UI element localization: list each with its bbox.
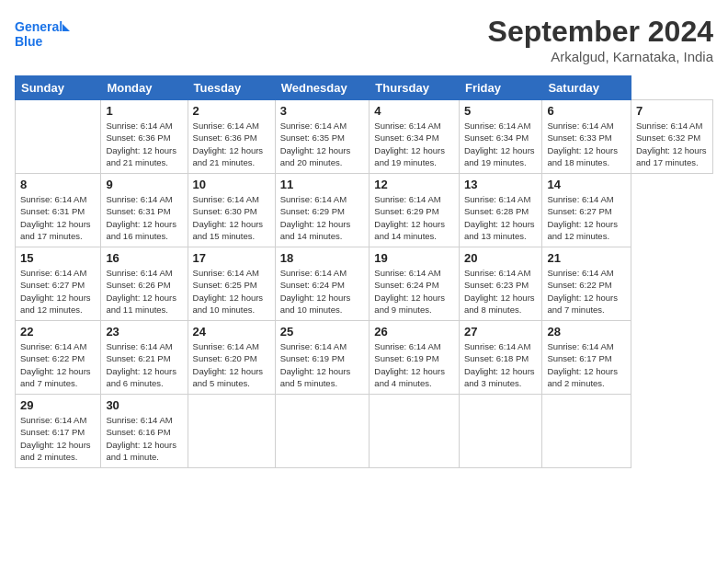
day-info: Sunrise: 6:14 AM Sunset: 6:31 PM Dayligh… <box>106 193 182 242</box>
table-cell <box>542 395 631 468</box>
table-cell: 13 Sunrise: 6:14 AM Sunset: 6:28 PM Dayl… <box>459 174 541 247</box>
table-cell: 28 Sunrise: 6:14 AM Sunset: 6:17 PM Dayl… <box>542 321 631 395</box>
day-info: Sunrise: 6:14 AM Sunset: 6:22 PM Dayligh… <box>20 340 96 389</box>
logo: General Blue <box>15 15 70 52</box>
day-number: 19 <box>374 251 454 265</box>
day-number: 5 <box>464 104 537 118</box>
day-info: Sunrise: 6:14 AM Sunset: 6:24 PM Dayligh… <box>374 267 454 316</box>
day-number: 21 <box>547 251 626 265</box>
table-cell <box>275 395 370 468</box>
table-cell: 2 Sunrise: 6:14 AM Sunset: 6:36 PM Dayli… <box>188 100 275 174</box>
svg-marker-2 <box>63 24 70 31</box>
day-info: Sunrise: 6:14 AM Sunset: 6:19 PM Dayligh… <box>280 340 365 389</box>
day-number: 23 <box>106 325 182 339</box>
header-thursday: Thursday <box>370 76 460 100</box>
table-cell: 24 Sunrise: 6:14 AM Sunset: 6:20 PM Dayl… <box>188 321 275 395</box>
table-cell: 7 Sunrise: 6:14 AM Sunset: 6:32 PM Dayli… <box>631 100 713 174</box>
table-cell: 5 Sunrise: 6:14 AM Sunset: 6:34 PM Dayli… <box>459 100 541 174</box>
table-cell: 1 Sunrise: 6:14 AM Sunset: 6:36 PM Dayli… <box>101 100 188 174</box>
day-number: 26 <box>374 325 454 339</box>
table-cell: 27 Sunrise: 6:14 AM Sunset: 6:18 PM Dayl… <box>459 321 541 395</box>
day-number: 16 <box>106 251 182 265</box>
table-cell: 26 Sunrise: 6:14 AM Sunset: 6:19 PM Dayl… <box>370 321 460 395</box>
day-number: 1 <box>106 104 182 118</box>
calendar-week-row: 8 Sunrise: 6:14 AM Sunset: 6:31 PM Dayli… <box>16 174 713 247</box>
day-info: Sunrise: 6:14 AM Sunset: 6:24 PM Dayligh… <box>280 267 365 316</box>
day-info: Sunrise: 6:14 AM Sunset: 6:16 PM Dayligh… <box>106 414 182 463</box>
day-number: 9 <box>106 178 182 191</box>
header-friday: Friday <box>459 76 541 100</box>
table-cell <box>188 395 275 468</box>
day-number: 12 <box>374 178 454 191</box>
day-number: 6 <box>547 104 626 118</box>
day-number: 13 <box>464 178 537 191</box>
month-title: September 2024 <box>488 15 713 49</box>
day-info: Sunrise: 6:14 AM Sunset: 6:31 PM Dayligh… <box>20 193 96 242</box>
day-info: Sunrise: 6:14 AM Sunset: 6:21 PM Dayligh… <box>106 340 182 389</box>
day-number: 17 <box>193 251 270 265</box>
header-monday: Monday <box>101 76 188 100</box>
table-cell: 9 Sunrise: 6:14 AM Sunset: 6:31 PM Dayli… <box>101 174 188 247</box>
svg-text:General: General <box>15 19 63 34</box>
day-number: 11 <box>280 178 365 191</box>
day-number: 30 <box>106 398 182 412</box>
table-cell: 30 Sunrise: 6:14 AM Sunset: 6:16 PM Dayl… <box>101 395 188 468</box>
day-info: Sunrise: 6:14 AM Sunset: 6:34 PM Dayligh… <box>464 120 537 168</box>
day-number: 27 <box>464 325 537 339</box>
day-info: Sunrise: 6:14 AM Sunset: 6:17 PM Dayligh… <box>547 340 626 389</box>
table-cell: 15 Sunrise: 6:14 AM Sunset: 6:27 PM Dayl… <box>16 247 101 321</box>
page: General Blue September 2024 Arkalgud, Ka… <box>0 0 728 563</box>
table-cell: 12 Sunrise: 6:14 AM Sunset: 6:29 PM Dayl… <box>370 174 460 247</box>
day-number: 15 <box>20 251 96 265</box>
day-number: 24 <box>193 325 270 339</box>
table-cell: 18 Sunrise: 6:14 AM Sunset: 6:24 PM Dayl… <box>275 247 370 321</box>
location: Arkalgud, Karnataka, India <box>488 49 713 64</box>
day-number: 25 <box>280 325 365 339</box>
calendar-week-row: 22 Sunrise: 6:14 AM Sunset: 6:22 PM Dayl… <box>16 321 713 395</box>
table-cell: 17 Sunrise: 6:14 AM Sunset: 6:25 PM Dayl… <box>188 247 275 321</box>
table-cell: 16 Sunrise: 6:14 AM Sunset: 6:26 PM Dayl… <box>101 247 188 321</box>
day-number: 18 <box>280 251 365 265</box>
day-number: 4 <box>374 104 454 118</box>
table-cell: 23 Sunrise: 6:14 AM Sunset: 6:21 PM Dayl… <box>101 321 188 395</box>
day-number: 28 <box>547 325 626 339</box>
day-number: 22 <box>20 325 96 339</box>
table-cell: 3 Sunrise: 6:14 AM Sunset: 6:35 PM Dayli… <box>275 100 370 174</box>
calendar-week-row: 15 Sunrise: 6:14 AM Sunset: 6:27 PM Dayl… <box>16 247 713 321</box>
day-info: Sunrise: 6:14 AM Sunset: 6:30 PM Dayligh… <box>193 193 270 242</box>
day-info: Sunrise: 6:14 AM Sunset: 6:19 PM Dayligh… <box>374 340 454 389</box>
table-cell: 22 Sunrise: 6:14 AM Sunset: 6:22 PM Dayl… <box>16 321 101 395</box>
day-info: Sunrise: 6:14 AM Sunset: 6:29 PM Dayligh… <box>280 193 365 242</box>
table-cell: 19 Sunrise: 6:14 AM Sunset: 6:24 PM Dayl… <box>370 247 460 321</box>
day-number: 8 <box>20 178 96 191</box>
calendar: Sunday Monday Tuesday Wednesday Thursday… <box>15 75 713 468</box>
day-info: Sunrise: 6:14 AM Sunset: 6:28 PM Dayligh… <box>464 193 537 242</box>
day-info: Sunrise: 6:14 AM Sunset: 6:22 PM Dayligh… <box>547 267 626 316</box>
table-cell <box>459 395 541 468</box>
day-number: 2 <box>193 104 270 118</box>
day-info: Sunrise: 6:14 AM Sunset: 6:27 PM Dayligh… <box>547 193 626 242</box>
header-tuesday: Tuesday <box>188 76 275 100</box>
table-cell: 14 Sunrise: 6:14 AM Sunset: 6:27 PM Dayl… <box>542 174 631 247</box>
table-cell: 4 Sunrise: 6:14 AM Sunset: 6:34 PM Dayli… <box>370 100 460 174</box>
day-info: Sunrise: 6:14 AM Sunset: 6:17 PM Dayligh… <box>20 414 96 463</box>
day-info: Sunrise: 6:14 AM Sunset: 6:29 PM Dayligh… <box>374 193 454 242</box>
day-info: Sunrise: 6:14 AM Sunset: 6:35 PM Dayligh… <box>280 120 365 168</box>
table-cell: 11 Sunrise: 6:14 AM Sunset: 6:29 PM Dayl… <box>275 174 370 247</box>
table-cell: 8 Sunrise: 6:14 AM Sunset: 6:31 PM Dayli… <box>16 174 101 247</box>
day-info: Sunrise: 6:14 AM Sunset: 6:32 PM Dayligh… <box>636 120 708 168</box>
calendar-week-row: 29 Sunrise: 6:14 AM Sunset: 6:17 PM Dayl… <box>16 395 713 468</box>
title-block: September 2024 Arkalgud, Karnataka, Indi… <box>488 15 713 64</box>
day-info: Sunrise: 6:14 AM Sunset: 6:33 PM Dayligh… <box>547 120 626 168</box>
table-cell <box>370 395 460 468</box>
day-number: 3 <box>280 104 365 118</box>
logo-svg: General Blue <box>15 15 70 52</box>
table-cell <box>16 100 101 174</box>
day-info: Sunrise: 6:14 AM Sunset: 6:27 PM Dayligh… <box>20 267 96 316</box>
day-number: 10 <box>193 178 270 191</box>
day-info: Sunrise: 6:14 AM Sunset: 6:18 PM Dayligh… <box>464 340 537 389</box>
header-sunday: Sunday <box>16 76 101 100</box>
table-cell: 10 Sunrise: 6:14 AM Sunset: 6:30 PM Dayl… <box>188 174 275 247</box>
header-saturday: Saturday <box>542 76 631 100</box>
day-info: Sunrise: 6:14 AM Sunset: 6:20 PM Dayligh… <box>193 340 270 389</box>
